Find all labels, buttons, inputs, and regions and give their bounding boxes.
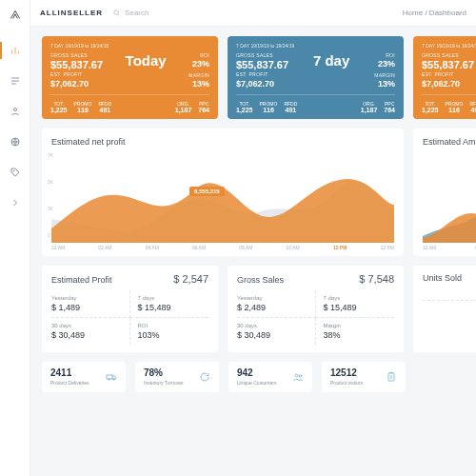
chart-xaxis: 12 AM02 AM 04 AM06 AM 08 AM10 AM 12 PM12… xyxy=(51,245,394,250)
nav-analytics-icon[interactable] xyxy=(7,42,24,59)
metric-cell: ROI103% xyxy=(130,318,209,345)
area-chart-svg xyxy=(423,152,476,243)
units-promo: PROMO116 xyxy=(260,101,278,113)
orders-ppc: PPC764 xyxy=(384,101,395,113)
metric-cell: Margin38% xyxy=(316,318,395,345)
brand-name: ALLINSELLER xyxy=(40,9,103,17)
metric-card-gross[interactable]: Gross Sales $ 7,548 Yesterday$ 2,489 7 d… xyxy=(228,266,404,352)
profit-value: $7,062.70 xyxy=(50,79,103,89)
nav-more-icon[interactable] xyxy=(7,194,24,211)
svg-point-3 xyxy=(114,10,119,15)
kpi-customers[interactable]: 942Unique Customers xyxy=(228,362,312,392)
refresh-icon xyxy=(199,371,210,383)
chart-title: Estimated Amazon payout xyxy=(423,137,476,147)
orders-ppc: PPC764 xyxy=(198,101,209,113)
stat-card-today[interactable]: 7 DAY 19/19/19 to 19/24/19 GROSS SALES $… xyxy=(42,36,218,119)
chart-net-profit[interactable]: Estimated net profit 7K 5K 3K 0 8,555,21… xyxy=(42,129,404,256)
profit-label: EST. PROFIT xyxy=(422,71,474,77)
metric-cell: 30 days$ 30,489 xyxy=(237,318,316,345)
kpi-value: 942 xyxy=(237,367,276,378)
users-icon xyxy=(292,371,304,383)
profit-label: EST. PROFIT xyxy=(50,71,103,77)
metric-title: Estimated Profit xyxy=(51,275,112,285)
gross-value: $55,837.67 xyxy=(50,59,103,70)
chart-title: Estimated net profit xyxy=(51,137,394,147)
chart-row: Estimated net profit 7K 5K 3K 0 8,555,21… xyxy=(42,129,465,256)
stat-card-7day[interactable]: 7 DAY 19/19/19 to 19/24/19 GROSS SALES $… xyxy=(228,36,404,119)
margin-value: 13% xyxy=(188,79,209,89)
margin-label: MARGIN xyxy=(374,72,395,78)
kpi-label: Product visitors xyxy=(330,380,363,386)
kpi-turnover[interactable]: 78%Inventory Turnover xyxy=(135,362,219,392)
orders-org: ORG.1,187 xyxy=(361,101,378,113)
svg-point-7 xyxy=(295,374,298,377)
stat-period: 7 day xyxy=(313,52,349,69)
truck-icon xyxy=(106,371,117,383)
search-input[interactable]: Search xyxy=(112,9,393,17)
nav-tag-icon[interactable] xyxy=(7,164,24,181)
svg-point-0 xyxy=(13,109,16,111)
metric-card-profit[interactable]: Estimated Profit $ 2,547 Yesterday$ 1,48… xyxy=(42,266,218,352)
orders-org: ORG.1,187 xyxy=(175,101,192,113)
metric-card-units[interactable]: Units Sold xyxy=(413,266,476,352)
svg-rect-4 xyxy=(107,375,112,379)
chart-amazon-payout[interactable]: Estimated Amazon payout 12 AM04 AM 08 AM… xyxy=(413,129,476,256)
chart-tooltip: 8,555,215 xyxy=(189,187,225,196)
roi-value: 23% xyxy=(374,59,395,69)
chart-xaxis: 12 AM04 AM 08 AM12 PM xyxy=(423,245,476,250)
gross-label: GROSS SALES xyxy=(50,52,103,58)
kpi-visitors[interactable]: 12512Product visitors xyxy=(322,362,406,392)
kpi-value: 2411 xyxy=(50,367,89,378)
kpi-deliveries[interactable]: 2411Product Deliveries xyxy=(42,362,126,392)
kpi-label: Inventory Turnover xyxy=(144,380,184,386)
gross-label: GROSS SALES xyxy=(422,52,474,58)
metric-title: Gross Sales xyxy=(237,275,284,285)
profit-value: $7,062.70 xyxy=(236,79,288,89)
search-placeholder: Search xyxy=(125,9,149,17)
kpi-label: Product Deliveries xyxy=(50,380,89,386)
stat-range: 7 DAY 19/19/19 to 19/24/19 xyxy=(50,43,209,49)
units-promo: PROMO116 xyxy=(74,101,92,113)
metric-cell: Yesterday$ 2,489 xyxy=(237,290,316,318)
breadcrumb[interactable]: Home / Dashboard xyxy=(403,9,466,17)
stat-range: 7 DAY 19/19/19 to 19/24/19 xyxy=(236,43,395,49)
margin-label: MARGIN xyxy=(188,72,209,78)
svg-point-5 xyxy=(109,379,110,381)
units-rfdd: RFDD491 xyxy=(469,101,476,113)
gross-value: $55,837.67 xyxy=(422,59,474,70)
profit-value: $7,062.70 xyxy=(422,79,474,89)
svg-point-8 xyxy=(299,375,302,378)
topbar: ALLINSELLER Search Home / Dashboard xyxy=(30,0,476,27)
ytick: 5K xyxy=(48,179,53,185)
stat-card-row: 7 DAY 19/19/19 to 19/24/19 GROSS SALES $… xyxy=(42,36,465,119)
roi-label: ROI xyxy=(188,52,209,58)
svg-point-2 xyxy=(13,170,14,171)
stat-card-14day[interactable]: 7 DAY 19/19/19 to 19/24/19 GROSS SALES $… xyxy=(413,36,476,119)
kpi-row: 2411Product Deliveries 78%Inventory Turn… xyxy=(42,362,465,392)
gross-value: $55,837.67 xyxy=(236,59,288,70)
ytick: 7K xyxy=(48,152,53,158)
nav-list-icon[interactable] xyxy=(7,72,24,89)
profit-label: EST. PROFIT xyxy=(236,71,288,77)
kpi-value: 78% xyxy=(144,367,184,378)
units-tot: TOT.1,225 xyxy=(50,101,68,113)
ytick: 3K xyxy=(48,206,53,211)
metric-main: $ 7,548 xyxy=(359,273,394,285)
nav-user-icon[interactable] xyxy=(7,103,24,120)
metric-cell: 30 days$ 30,489 xyxy=(51,318,130,345)
gross-label: GROSS SALES xyxy=(236,52,288,58)
metric-cell: Yesterday$ 1,489 xyxy=(51,290,130,318)
brand-logo-icon[interactable] xyxy=(8,8,23,23)
units-tot: TOT.1,225 xyxy=(236,101,253,113)
units-promo: PROMO116 xyxy=(446,101,464,113)
stat-period: Today xyxy=(126,52,167,69)
roi-label: ROI xyxy=(374,52,395,58)
nav-globe-icon[interactable] xyxy=(7,133,24,150)
clipboard-icon xyxy=(386,371,397,383)
metrics-row: Estimated Profit $ 2,547 Yesterday$ 1,48… xyxy=(42,266,465,352)
kpi-label: Unique Customers xyxy=(237,380,276,386)
sidebar xyxy=(0,0,30,476)
svg-rect-9 xyxy=(388,373,394,381)
units-rfdd: RFDD491 xyxy=(98,101,111,113)
metric-cell xyxy=(423,301,476,310)
